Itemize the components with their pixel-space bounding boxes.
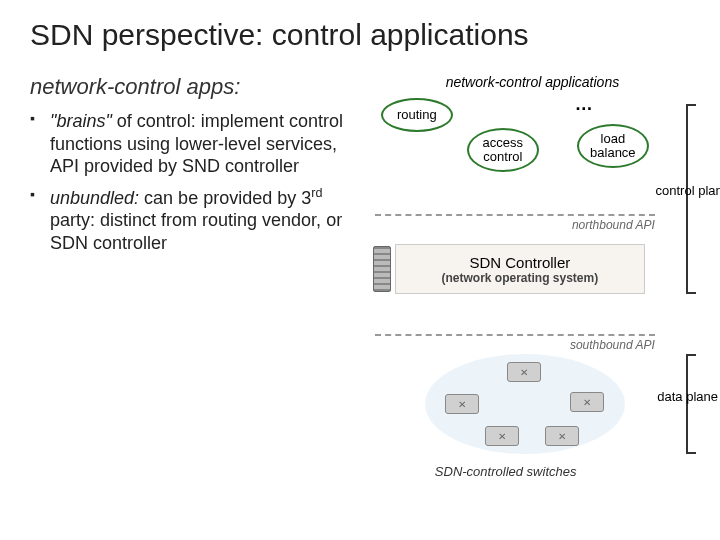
slide-title: SDN perspective: control applications (30, 18, 690, 52)
bullet-lead: unbundled: (50, 188, 139, 208)
bullet-list: "brains" of control: implement control f… (30, 110, 365, 254)
switch-icon (485, 426, 519, 446)
southbound-api-divider: southbound API (375, 334, 655, 352)
sdn-controller-box: SDN Controller (network operating system… (395, 244, 645, 294)
app-load-balance: load balance (577, 124, 649, 168)
switch-icon (570, 392, 604, 412)
bullet-brains: "brains" of control: implement control f… (30, 110, 365, 178)
server-icon (373, 246, 391, 292)
data-plane-label: data plane (657, 390, 718, 404)
left-column: network-control apps: "brains" of contro… (30, 74, 365, 514)
northbound-api-divider: northbound API (375, 214, 655, 232)
bullet-sup: rd (311, 186, 322, 200)
controller-title: SDN Controller (469, 254, 570, 271)
switch-icon (445, 394, 479, 414)
bullet-rest-b: party: distinct from routing vendor, or … (50, 210, 342, 253)
control-plane-label: control plane (656, 184, 720, 198)
controller-subtitle: (network operating system) (441, 271, 598, 285)
app-access-control: access control (467, 128, 539, 172)
switches-label: SDN-controlled switches (435, 464, 577, 479)
bullet-rest-a: can be provided by 3 (139, 188, 311, 208)
bullet-lead: "brains" (50, 111, 112, 131)
control-plane-bracket (686, 104, 696, 294)
switch-icon (507, 362, 541, 382)
switch-icon (545, 426, 579, 446)
content-area: network-control apps: "brains" of contro… (30, 74, 690, 514)
bullet-unbundled: unbundled: can be provided by 3rd party:… (30, 186, 365, 255)
subtitle: network-control apps: (30, 74, 365, 100)
ellipsis-icon: … (575, 94, 595, 115)
apps-label: network-control applications (375, 74, 690, 90)
apps-row: routing access control load balance … (375, 98, 690, 178)
diagram-column: network-control applications routing acc… (375, 74, 690, 514)
network-cloud (425, 354, 625, 454)
app-routing: routing (381, 98, 453, 132)
